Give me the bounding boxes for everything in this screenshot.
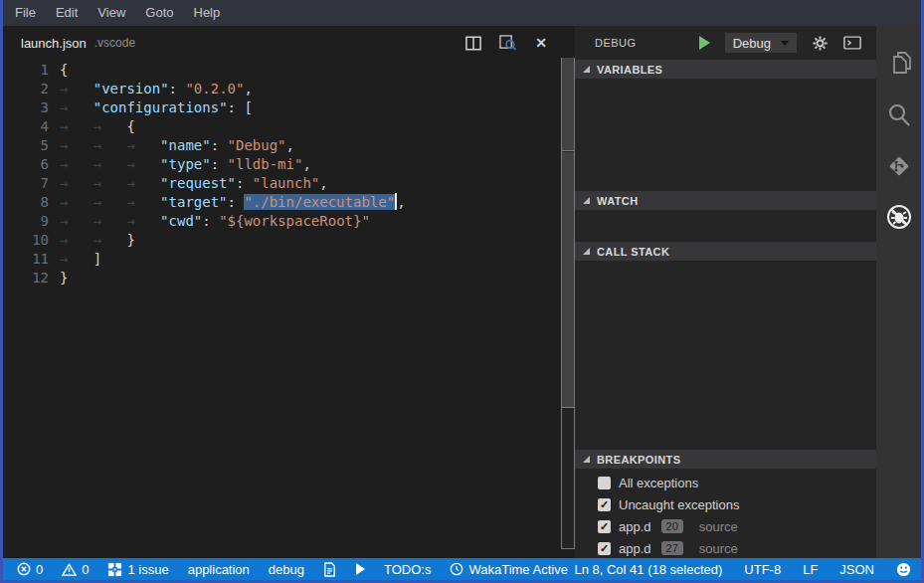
code-text: →→→"request": "launch", xyxy=(60,174,328,193)
line-number[interactable]: 10 xyxy=(3,231,49,250)
tab-whitespace-icon: → xyxy=(93,174,127,193)
smiley-status-item[interactable] xyxy=(896,562,911,577)
checkbox-checked-icon[interactable]: ✓ xyxy=(598,520,611,533)
debug-config-dropdown[interactable]: Debug xyxy=(725,33,797,53)
line-number-badge: 20 xyxy=(661,519,683,533)
status-item[interactable]: debug xyxy=(269,562,304,577)
breakpoint-row[interactable]: All exceptions xyxy=(575,472,876,493)
editor-scrollbar[interactable] xyxy=(561,58,575,549)
section-breakpoints[interactable]: BREAKPOINTS xyxy=(575,450,876,469)
status-item[interactable]: TODO:s xyxy=(384,562,431,577)
checkbox-checked-icon[interactable]: ✓ xyxy=(598,542,611,555)
gear-icon[interactable] xyxy=(812,35,829,52)
menu-item-help[interactable]: Help xyxy=(184,0,231,26)
breakpoint-row[interactable]: ✓app.d20source xyxy=(575,515,876,537)
error-status-item[interactable]: 0 xyxy=(17,562,43,577)
tab-whitespace-icon: → xyxy=(93,193,127,212)
call-stack-body[interactable] xyxy=(575,261,876,450)
status-item[interactable]: application xyxy=(188,562,250,577)
tab-filename[interactable]: launch.json xyxy=(21,36,87,51)
code-editor[interactable]: 1{2→"version": "0.2.0",3→"configurations… xyxy=(3,60,561,558)
section-watch[interactable]: WATCH xyxy=(575,191,876,210)
menu-item-edit[interactable]: Edit xyxy=(46,0,88,26)
start-debug-button[interactable] xyxy=(699,36,710,50)
status-text: debug xyxy=(269,562,304,577)
variables-body[interactable] xyxy=(575,79,876,191)
checkbox-checked-icon[interactable]: ✓ xyxy=(598,498,611,511)
notebook-status-item[interactable] xyxy=(323,562,336,577)
line-number[interactable]: 8 xyxy=(3,193,49,212)
line-number[interactable]: 4 xyxy=(3,117,49,136)
line-number[interactable]: 11 xyxy=(3,250,49,269)
code-text: →"configurations": [ xyxy=(60,98,253,117)
editor-actions: ✕ xyxy=(463,33,551,53)
line-number[interactable]: 3 xyxy=(3,98,49,117)
scrollbar-track-fill[interactable] xyxy=(562,152,574,408)
clock-icon xyxy=(450,562,463,576)
debug-toolbar-actions: Debug xyxy=(699,33,861,53)
code-line: 5→→→"name": "Debug", xyxy=(3,136,561,155)
run-status-item[interactable] xyxy=(355,563,365,575)
editor-title-bar: launch.json .vscode ✕ xyxy=(3,26,561,60)
code-token: "name" xyxy=(160,137,211,153)
files-icon[interactable] xyxy=(876,39,921,90)
split-editor-icon[interactable] xyxy=(463,33,483,53)
line-number[interactable]: 5 xyxy=(3,136,49,155)
line-number[interactable]: 7 xyxy=(3,174,49,193)
code-token: , xyxy=(319,175,327,191)
debug-toolbar: DEBUG Debug xyxy=(575,26,876,60)
breakpoint-row[interactable]: ✓Uncaught exceptions xyxy=(575,493,876,515)
breakpoints-list: All exceptions✓Uncaught exceptions✓app.d… xyxy=(575,469,876,559)
status-text: application xyxy=(188,562,250,577)
code-token: , xyxy=(302,156,310,172)
code-line: 1{ xyxy=(3,61,561,80)
menu-item-goto[interactable]: Goto xyxy=(135,0,183,26)
code-token: : [ xyxy=(228,99,253,115)
line-number[interactable]: 12 xyxy=(3,269,49,288)
line-number[interactable]: 2 xyxy=(3,80,49,98)
code-text: →→} xyxy=(60,231,135,250)
clock-status-item[interactable]: WakaTime Active xyxy=(450,562,567,577)
scrollbar-thumb[interactable] xyxy=(562,58,574,151)
menu-item-view[interactable]: View xyxy=(88,0,135,26)
watch-body[interactable] xyxy=(575,210,876,242)
status-item[interactable]: LF xyxy=(803,562,818,577)
status-item[interactable]: UTF-8 xyxy=(744,562,781,577)
code-token: } xyxy=(126,232,134,248)
search-icon[interactable] xyxy=(876,90,921,140)
status-bar: 001 issueapplicationdebugTODO:sWakaTime … xyxy=(3,558,921,580)
code-line: 3→"configurations": [ xyxy=(3,98,561,117)
code-token: "configurations" xyxy=(93,99,228,115)
line-number[interactable]: 9 xyxy=(3,212,49,231)
status-item[interactable]: JSON xyxy=(839,562,874,577)
tab-whitespace-icon: → xyxy=(126,174,160,193)
no-debug-icon[interactable] xyxy=(876,191,921,242)
issues-status-item[interactable]: 1 issue xyxy=(107,562,168,577)
section-variables[interactable]: VARIABLES xyxy=(575,60,876,79)
status-bar-left: 001 issueapplicationdebugTODO:sWakaTime … xyxy=(17,562,568,577)
status-item[interactable]: Ln 8, Col 41 (18 selected) xyxy=(574,562,722,577)
debug-console-icon[interactable] xyxy=(843,36,861,50)
breakpoint-source-label: source xyxy=(699,519,738,534)
code-token: : xyxy=(202,213,219,229)
breakpoint-row[interactable]: ✓app.d27source xyxy=(575,537,876,559)
run-icon xyxy=(355,563,365,575)
open-preview-icon[interactable] xyxy=(497,33,517,53)
code-line: 2→"version": "0.2.0", xyxy=(3,80,561,98)
line-number[interactable]: 6 xyxy=(3,155,49,174)
chevron-down-icon xyxy=(781,41,789,46)
checkbox-unchecked-icon[interactable] xyxy=(598,477,611,489)
code-token: } xyxy=(60,270,68,286)
tab-whitespace-icon: → xyxy=(60,136,93,155)
code-token: { xyxy=(126,118,134,134)
tab-whitespace-icon: → xyxy=(60,193,93,212)
line-number[interactable]: 1 xyxy=(3,61,49,80)
close-icon[interactable]: ✕ xyxy=(531,33,551,53)
warning-status-item[interactable]: 0 xyxy=(62,562,89,577)
code-text: →"version": "0.2.0", xyxy=(60,80,253,98)
code-token: "Debug" xyxy=(228,137,286,153)
section-call-stack-label: CALL STACK xyxy=(597,246,669,258)
menu-item-file[interactable]: File xyxy=(5,0,46,26)
git-icon[interactable] xyxy=(876,140,921,191)
section-call-stack[interactable]: CALL STACK xyxy=(575,242,876,261)
